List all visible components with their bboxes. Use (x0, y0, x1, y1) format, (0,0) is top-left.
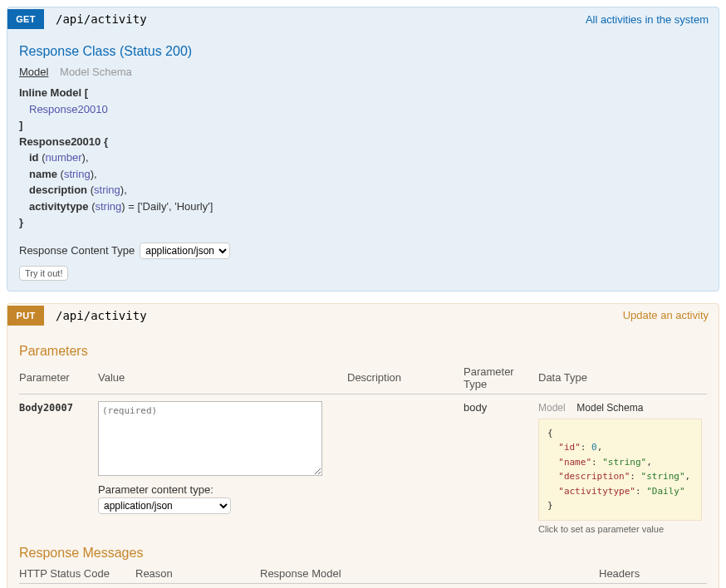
operation-summary: Update an activity (623, 309, 719, 321)
tab-model-schema[interactable]: Model Schema (576, 402, 643, 414)
field-activitytype-type: string (96, 200, 122, 213)
response-messages-title: Response Messages (19, 546, 707, 561)
tab-model-schema[interactable]: Model Schema (60, 66, 132, 78)
parameters-title: Parameters (19, 344, 707, 359)
put-operation-body: Parameters Parameter Value Description P… (7, 327, 719, 589)
status-code: default (19, 584, 135, 588)
col-value: Value (98, 362, 347, 394)
http-method-badge: GET (7, 9, 44, 29)
tab-model[interactable]: Model (538, 402, 566, 414)
put-operation-header[interactable]: PUT /api/activity Update an activity (7, 304, 719, 327)
field-description-name: description (29, 184, 87, 196)
get-operation: GET /api/activity All activities in the … (7, 7, 719, 292)
col-headers: Headers (599, 564, 707, 584)
col-response-model: Response Model (260, 564, 599, 584)
get-operation-header[interactable]: GET /api/activity All activities in the … (7, 7, 719, 31)
col-data-type: Data Type (538, 362, 707, 394)
field-activitytype-name: activitytype (29, 200, 89, 213)
body-textarea[interactable] (98, 401, 322, 476)
field-activitytype-enum: = ['Daily', 'Hourly'] (125, 200, 213, 213)
inline-model-item[interactable]: Response20010 (29, 103, 108, 115)
put-operation: PUT /api/activity Update an activity Par… (7, 303, 719, 589)
field-name-type: string (64, 168, 91, 180)
col-http-status: HTTP Status Code (19, 564, 135, 584)
model-definition: Inline Model [ Response20010 ] Response2… (19, 85, 707, 231)
field-name-name: name (29, 168, 57, 180)
parameters-table: Parameter Value Description Parameter Ty… (19, 362, 707, 538)
parameter-content-type-label: Parameter content type: (98, 483, 342, 496)
operation-summary: All activities in the system (586, 13, 719, 26)
col-description: Description (347, 362, 464, 394)
endpoint-path: /api/activity (56, 309, 623, 322)
schema-example-box[interactable]: { "id": 0, "name": "string", "descriptio… (538, 419, 702, 522)
col-parameter-type: Parameter Type (464, 362, 538, 394)
response-messages-header-row: HTTP Status Code Reason Response Model H… (19, 564, 707, 584)
field-id-type: number (46, 151, 82, 164)
response-content-type-select[interactable]: application/json (140, 243, 230, 259)
field-id-name: id (29, 151, 39, 164)
endpoint-path: /api/activity (56, 12, 586, 26)
response-content-type-label: Response Content Type (19, 244, 135, 257)
response-class-title: Response Class (Status 200) (19, 44, 707, 59)
response-messages-table: HTTP Status Code Reason Response Model H… (19, 564, 707, 588)
schema-hint: Click to set as parameter value (538, 524, 702, 534)
http-method-badge: PUT (7, 306, 44, 326)
parameter-name: Body20007 (19, 402, 73, 414)
model-object-close: } (19, 216, 23, 228)
try-it-out-button[interactable]: Try it out! (19, 266, 68, 281)
tab-model[interactable]: Model (19, 66, 48, 78)
parameter-content-type-select[interactable]: application/json (98, 497, 231, 514)
inline-model-close: ] (19, 119, 22, 131)
table-row: default (19, 584, 707, 588)
model-object-open: Response20010 { (19, 135, 108, 148)
data-type-tabs: Model Model Schema (538, 401, 702, 414)
get-operation-body: Response Class (Status 200) Model Model … (7, 31, 719, 291)
model-tabs: Model Model Schema (19, 66, 707, 78)
col-parameter: Parameter (19, 362, 98, 394)
inline-model-open: Inline Model [ (19, 86, 88, 99)
parameter-type: body (464, 394, 538, 537)
table-row: Body20007 Parameter content type: applic… (19, 394, 707, 537)
parameters-header-row: Parameter Value Description Parameter Ty… (19, 362, 707, 394)
field-description-type: string (94, 184, 120, 196)
col-reason: Reason (135, 564, 260, 584)
parameter-description (347, 394, 464, 537)
